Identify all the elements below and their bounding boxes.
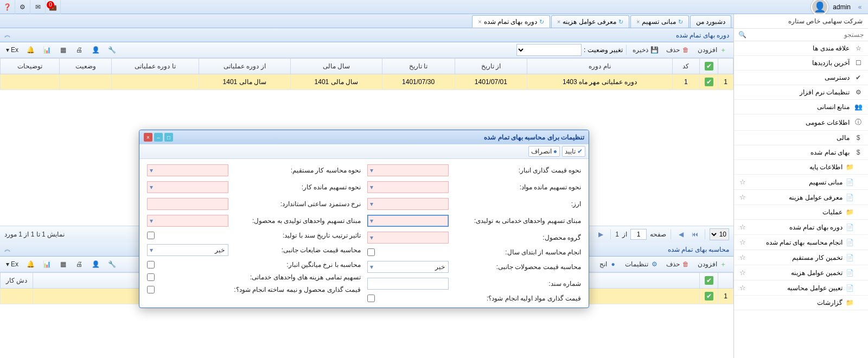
tab-dashboard[interactable]: دشبورد من: [690, 15, 731, 28]
service-alloc-select[interactable]: [367, 215, 449, 227]
prod-alloc-select[interactable]: [147, 215, 228, 227]
from-year-checkbox[interactable]: [367, 248, 375, 256]
close-icon[interactable]: ×: [557, 18, 560, 25]
collapse-icon[interactable]: ︽: [4, 30, 11, 40]
nav-direct-labor[interactable]: 📄تخمین کار مستقیم☆: [734, 250, 868, 265]
toolbtn-6[interactable]: 🔔: [23, 44, 37, 56]
labor-alloc-select[interactable]: [147, 181, 228, 193]
col-to-op[interactable]: تا دوره عملیاتی: [111, 59, 199, 74]
nav-financial[interactable]: $مالی: [734, 131, 868, 145]
fav-toggle[interactable]: ☆: [739, 178, 746, 186]
close-icon[interactable]: ×: [636, 18, 640, 25]
settings-button[interactable]: ⚙تنظیمات: [622, 258, 661, 270]
col-name[interactable]: نام دوره: [527, 59, 672, 74]
nav-cost[interactable]: $بهای تمام شده: [734, 145, 868, 160]
nav-hr[interactable]: 👥منابع انسانی: [734, 100, 868, 114]
confirm-button[interactable]: ✔ تایید: [562, 146, 585, 157]
nav-reports[interactable]: 📁گزارشات: [734, 296, 868, 310]
nav-cost-period[interactable]: 📄دوره بهای تمام شده☆: [734, 220, 868, 235]
delete-button[interactable]: 🗑حذف: [663, 44, 693, 56]
currency-select[interactable]: [367, 198, 449, 210]
avatar[interactable]: 👤: [811, 0, 828, 16]
col-code[interactable]: کد: [672, 59, 699, 74]
nav-access[interactable]: ✔دسترسی: [734, 71, 868, 85]
fav-toggle[interactable]: ☆: [739, 238, 746, 246]
nav-allocation-basics[interactable]: 📄مبانی تسهیم☆: [734, 175, 868, 190]
table-row[interactable]: 1 ✔ 1 دوره عملیاتی مهر ماه 1403 1401/07/…: [1, 74, 733, 90]
add-button[interactable]: ＋افزودن: [695, 258, 730, 270]
toolbtn-b[interactable]: 👤: [88, 258, 103, 270]
close-icon[interactable]: ×: [478, 18, 481, 25]
tab-cost-period[interactable]: ↻دوره بهای تمام شده×: [472, 15, 550, 28]
export-button[interactable]: Ex ▾: [3, 44, 21, 55]
date-order-checkbox[interactable]: [147, 232, 155, 239]
col-desc[interactable]: توضیحات: [1, 59, 60, 74]
cell-check[interactable]: ✔: [700, 289, 718, 304]
nav-cost-factor-est[interactable]: 📄تخمین عوامل هزینه☆: [734, 265, 868, 280]
tab-cost-factors[interactable]: ↻معرفی عوامل هزینه×: [551, 15, 629, 28]
nav-favorites[interactable]: ☆علاقه مندی ها: [734, 41, 868, 56]
fav-toggle[interactable]: ☆: [739, 223, 746, 231]
next-page[interactable]: ▶: [595, 229, 606, 240]
pricing-select[interactable]: [367, 164, 449, 176]
col-to-date[interactable]: تا تاریخ: [382, 59, 455, 74]
nav-operations[interactable]: 📁عملیات: [734, 205, 868, 220]
avg-rate-checkbox[interactable]: [147, 261, 155, 268]
col-status[interactable]: وضعیت: [60, 59, 111, 74]
close-icon[interactable]: ×: [144, 133, 152, 142]
toolbtn-d[interactable]: ▦: [56, 258, 70, 270]
side-waste-select[interactable]: خیر: [147, 244, 228, 256]
sidebar-collapse[interactable]: »: [855, 3, 865, 11]
search-icon[interactable]: 🔍: [738, 31, 746, 39]
toolbtn-1[interactable]: 🔧: [105, 44, 119, 56]
col-work[interactable]: دش کار: [1, 273, 33, 289]
direct-labor-select[interactable]: [147, 164, 228, 176]
toolbtn-c[interactable]: 🖨: [72, 258, 86, 270]
fav-toggle[interactable]: ☆: [739, 193, 746, 201]
col-check[interactable]: ✔: [700, 273, 718, 289]
toolbtn-f[interactable]: 🔔: [23, 258, 37, 270]
gear-icon[interactable]: ⚙: [15, 0, 30, 14]
material-select[interactable]: [367, 181, 449, 193]
nav-calc-factor-set[interactable]: 📄تعيين عوامل محاسبه☆: [734, 280, 868, 296]
product-group-select[interactable]: [367, 232, 449, 244]
raw-pricing-checkbox[interactable]: [367, 295, 375, 302]
save-button[interactable]: 💾ذخیره: [630, 44, 661, 56]
nav-recent[interactable]: ☐آخرین بازدیدها: [734, 56, 868, 71]
col-fiscal[interactable]: سال مالی: [290, 59, 382, 74]
nav-cost-factors[interactable]: 📄معرفی عوامل هزینه☆: [734, 190, 868, 205]
minimize-icon[interactable]: –: [154, 133, 163, 142]
nav-calc-cost[interactable]: 📄انجام محاسبه بهای تمام شده☆: [734, 235, 868, 250]
add-button[interactable]: ＋افزودن: [695, 44, 730, 56]
col-from-date[interactable]: از تاریخ: [455, 59, 527, 74]
help-icon[interactable]: ❓: [0, 0, 15, 14]
col-check[interactable]: ✔: [700, 59, 718, 74]
export-button[interactable]: Ex ▾: [3, 259, 21, 270]
mail-icon[interactable]: ✉: [30, 0, 46, 14]
toolbtn-3[interactable]: 🖨: [72, 44, 86, 56]
toolbtn-4[interactable]: ▦: [56, 44, 70, 56]
toolbtn-2[interactable]: 👤: [88, 44, 103, 56]
cancel-button[interactable]: ● انصراف: [528, 146, 560, 157]
run-button[interactable]: ●انج: [597, 258, 620, 270]
fav-toggle[interactable]: ☆: [739, 284, 746, 292]
all-service-checkbox[interactable]: [147, 273, 155, 281]
toolbtn-5[interactable]: 📊: [40, 44, 54, 56]
collapse-icon[interactable]: ︽: [4, 245, 11, 254]
status-select[interactable]: [516, 44, 582, 56]
first-page[interactable]: ⏮: [690, 229, 700, 240]
modal-header[interactable]: تنظیمات برای محاسبه بهای تمام شده □ – ×: [139, 130, 589, 144]
delete-button[interactable]: 🗑حذف: [663, 258, 693, 270]
nav-general[interactable]: ⓘاطلاعات عمومی: [734, 114, 868, 131]
nav-base-info[interactable]: 📁اطلاعات پایه: [734, 160, 868, 175]
nav-settings[interactable]: ⚙تنظیمات نرم افزار: [734, 85, 868, 100]
page-input[interactable]: [630, 229, 647, 240]
toolbtn-e[interactable]: 📊: [40, 258, 54, 270]
maximize-icon[interactable]: □: [164, 133, 173, 142]
cell-check[interactable]: ✔: [700, 74, 718, 90]
col-from-op[interactable]: از دوره عملیاتی: [199, 59, 290, 74]
briefcase-icon[interactable]: 💼0: [46, 0, 61, 14]
fav-toggle[interactable]: ☆: [739, 253, 746, 261]
finished-checkbox[interactable]: [147, 286, 155, 293]
prev-page[interactable]: ◀: [675, 229, 686, 240]
